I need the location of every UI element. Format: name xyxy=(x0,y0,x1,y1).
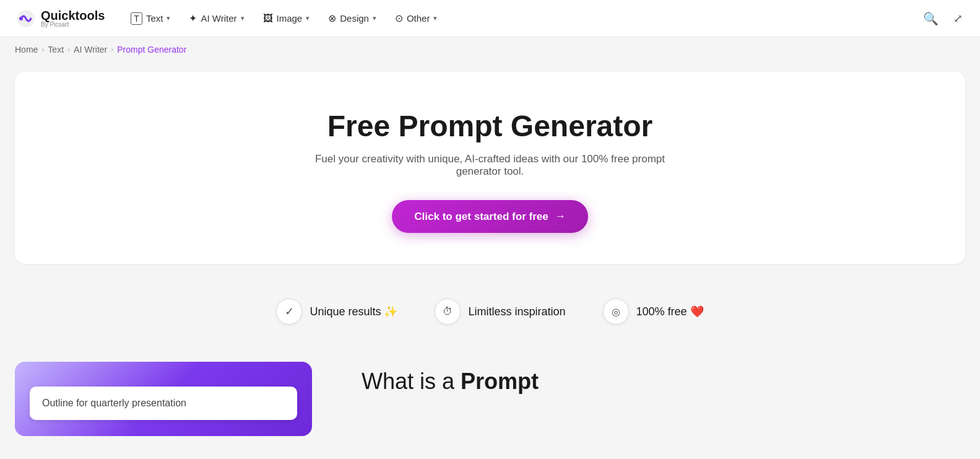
text-chevron-icon: ▾ xyxy=(167,14,170,22)
text-nav-icon: T xyxy=(131,12,142,25)
nav-item-text[interactable]: T Text ▾ xyxy=(122,7,179,30)
image-nav-icon: 🖼 xyxy=(263,13,273,24)
feature-limitless: ⏱ Limitless inspiration xyxy=(435,299,565,325)
image-chevron-icon: ▾ xyxy=(306,14,310,22)
ai-writer-chevron-icon: ▾ xyxy=(241,14,245,22)
breadcrumb-sep-1: › xyxy=(41,45,44,54)
nav-item-image[interactable]: 🖼 Image ▾ xyxy=(254,8,319,29)
nav-ai-writer-label: AI Writer xyxy=(201,13,236,24)
logo-icon xyxy=(15,7,37,30)
hero-title: Free Prompt Generator xyxy=(30,109,950,143)
logo-main-text: Quicktools xyxy=(41,9,105,22)
nav-item-design[interactable]: ⊗ Design ▾ xyxy=(319,7,385,29)
unique-results-icon: ✓ xyxy=(276,299,302,325)
features-row: ✓ Unique results ✨ ⏱ Limitless inspirati… xyxy=(0,274,980,349)
nav-items: T Text ▾ ✦ AI Writer ▾ 🖼 Image ▾ ⊗ Desig… xyxy=(122,7,916,30)
design-nav-icon: ⊗ xyxy=(328,12,336,24)
demo-card: Outline for quarterly presentation xyxy=(15,362,312,436)
breadcrumb-home[interactable]: Home xyxy=(15,45,38,55)
cta-arrow-icon: → xyxy=(555,210,566,223)
what-is-section: What is a Prompt xyxy=(362,362,965,401)
hero-section: Free Prompt Generator Fuel your creativi… xyxy=(15,72,965,264)
design-chevron-icon: ▾ xyxy=(373,14,376,22)
nav-item-ai-writer[interactable]: ✦ AI Writer ▾ xyxy=(180,7,253,29)
nav-other-label: Other xyxy=(407,13,430,24)
breadcrumb: Home › Text › AI Writer › Prompt Generat… xyxy=(0,37,980,62)
logo-link[interactable]: Quicktools By Picsart xyxy=(15,7,105,30)
breadcrumb-ai-writer[interactable]: AI Writer xyxy=(74,45,107,55)
hero-subtitle: Fuel your creativity with unique, AI-cra… xyxy=(298,153,682,178)
share-button[interactable]: ⤢ xyxy=(951,9,965,28)
breadcrumb-text[interactable]: Text xyxy=(48,45,64,55)
bottom-section: Outline for quarterly presentation What … xyxy=(0,349,980,436)
feature-free: ◎ 100% free ❤️ xyxy=(603,299,704,325)
breadcrumb-current: Prompt Generator xyxy=(117,45,186,55)
unique-results-label: Unique results ✨ xyxy=(310,305,397,318)
limitless-icon: ⏱ xyxy=(435,299,461,325)
cta-button[interactable]: Click to get started for free → xyxy=(392,200,588,233)
cta-label: Click to get started for free xyxy=(414,211,548,223)
demo-input[interactable]: Outline for quarterly presentation xyxy=(30,387,297,420)
what-is-bold: Prompt xyxy=(461,369,539,394)
nav-text-label: Text xyxy=(146,13,163,24)
ai-writer-nav-icon: ✦ xyxy=(189,12,197,24)
search-button[interactable]: 🔍 xyxy=(921,9,941,28)
nav-item-other[interactable]: ⊙ Other ▾ xyxy=(386,7,446,29)
nav-right: 🔍 ⤢ xyxy=(921,9,965,28)
free-label: 100% free ❤️ xyxy=(636,305,704,318)
search-icon: 🔍 xyxy=(923,11,939,26)
free-icon: ◎ xyxy=(603,299,629,325)
limitless-label: Limitless inspiration xyxy=(468,305,565,318)
feature-unique-results: ✓ Unique results ✨ xyxy=(276,299,397,325)
nav-image-label: Image xyxy=(277,13,303,24)
navbar: Quicktools By Picsart T Text ▾ ✦ AI Writ… xyxy=(0,0,980,37)
svg-point-2 xyxy=(19,17,23,20)
what-is-title: What is a Prompt xyxy=(362,368,965,395)
logo-sub-text: By Picsart xyxy=(41,22,105,28)
other-chevron-icon: ▾ xyxy=(433,14,437,22)
nav-design-label: Design xyxy=(340,13,369,24)
what-is-prefix: What is a xyxy=(362,369,461,394)
breadcrumb-sep-3: › xyxy=(111,45,113,54)
other-nav-icon: ⊙ xyxy=(395,12,403,24)
share-icon: ⤢ xyxy=(953,12,963,25)
breadcrumb-sep-2: › xyxy=(67,45,70,54)
